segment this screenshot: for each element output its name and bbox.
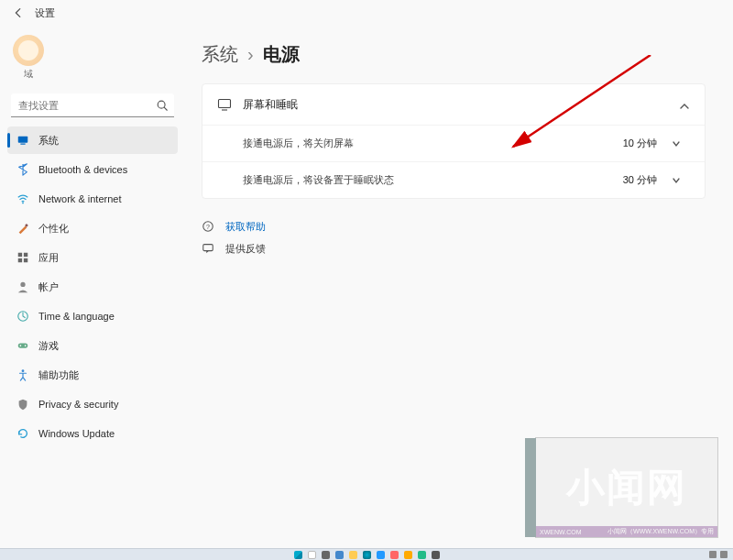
- sidebar-item-label: Windows Update: [38, 428, 115, 439]
- sidebar-item-bluetooth[interactable]: Bluetooth & devices: [7, 156, 178, 183]
- sidebar-item-apps[interactable]: 应用: [7, 244, 178, 271]
- chevron-up-icon: [679, 99, 690, 110]
- panel-title: 屏幕和睡眠: [243, 97, 668, 113]
- svg-point-14: [25, 345, 27, 346]
- edge-icon[interactable]: [363, 551, 371, 559]
- sidebar-item-network[interactable]: Network & internet: [7, 185, 178, 213]
- chevron-right-icon: ›: [247, 44, 254, 65]
- link-label: 提供反馈: [225, 242, 266, 256]
- titlebar: 设置: [0, 0, 733, 26]
- search-input[interactable]: [11, 93, 174, 117]
- shield-icon: [16, 398, 29, 411]
- sidebar-item-label: Bluetooth & devices: [38, 164, 127, 175]
- svg-point-10: [20, 282, 25, 287]
- clock-globe-icon: [16, 310, 29, 323]
- search-icon[interactable]: [308, 551, 316, 559]
- svg-point-4: [22, 203, 24, 204]
- monitor-icon: [217, 97, 232, 112]
- svg-point-15: [22, 369, 25, 372]
- help-icon: ?: [202, 220, 214, 233]
- chevron-down-icon: [672, 139, 681, 148]
- taskbar[interactable]: [0, 548, 733, 560]
- user-icon: [16, 280, 29, 293]
- sidebar-item-label: 系统: [38, 134, 59, 148]
- store-icon[interactable]: [377, 551, 385, 559]
- select-value: 30 分钟: [623, 173, 657, 187]
- sidebar-item-time-language[interactable]: Time & language: [7, 302, 178, 330]
- start-icon[interactable]: [294, 551, 302, 559]
- settings-icon[interactable]: [432, 551, 440, 559]
- sidebar-item-gaming[interactable]: 游戏: [7, 332, 178, 359]
- svg-rect-8: [18, 258, 22, 262]
- select-value: 10 分钟: [623, 137, 657, 150]
- sidebar: 域 系统 Bluetooth & devices Network & inter…: [0, 26, 183, 548]
- apps-icon: [16, 251, 29, 264]
- account-name: 域: [24, 68, 33, 81]
- bluetooth-icon: [16, 163, 29, 176]
- widgets-icon[interactable]: [335, 551, 344, 559]
- update-icon: [16, 427, 29, 440]
- sleep-row: 接通电源后，将设备置于睡眠状态 30 分钟: [202, 161, 705, 198]
- sidebar-item-label: 辅助功能: [38, 368, 79, 382]
- svg-point-13: [20, 345, 22, 346]
- app-icon[interactable]: [404, 551, 412, 559]
- sidebar-item-accessibility[interactable]: 辅助功能: [7, 361, 178, 389]
- svg-rect-3: [20, 144, 25, 145]
- screen-off-row: 接通电源后，将关闭屏幕 10 分钟: [202, 125, 705, 161]
- svg-rect-12: [18, 343, 28, 347]
- breadcrumb-current: 电源: [263, 42, 300, 67]
- sidebar-item-system[interactable]: 系统: [7, 126, 178, 154]
- back-button[interactable]: [11, 5, 26, 20]
- sidebar-item-accounts[interactable]: 帐户: [7, 273, 178, 301]
- brush-icon: [16, 222, 29, 235]
- svg-line-1: [164, 107, 167, 110]
- row-label: 接通电源后，将关闭屏幕: [243, 137, 614, 150]
- sidebar-item-label: 应用: [38, 251, 59, 265]
- svg-rect-16: [219, 100, 231, 108]
- avatar: [13, 35, 44, 66]
- tray-icon[interactable]: [720, 551, 728, 558]
- svg-text:?: ?: [206, 224, 210, 230]
- watermark: 小闻网 XWENW.COM小闻网（WWW.XWENW.COM）专用: [535, 437, 718, 538]
- row-label: 接通电源后，将设备置于睡眠状态: [243, 173, 614, 187]
- system-icon: [16, 134, 29, 147]
- svg-rect-20: [203, 245, 213, 251]
- taskbar-tray[interactable]: [709, 551, 728, 558]
- breadcrumb-parent[interactable]: 系统: [202, 42, 238, 67]
- watermark-text: 小闻网: [566, 462, 687, 513]
- svg-rect-2: [18, 137, 28, 143]
- sidebar-item-label: 个性化: [38, 222, 69, 236]
- account-block[interactable]: 域: [7, 31, 178, 90]
- sidebar-item-privacy[interactable]: Privacy & security: [7, 390, 178, 418]
- sidebar-item-label: Time & language: [38, 311, 115, 322]
- tray-icon[interactable]: [709, 551, 717, 558]
- accessibility-icon: [16, 368, 29, 381]
- give-feedback-link[interactable]: 提供反馈: [202, 237, 706, 259]
- gaming-icon: [16, 339, 29, 352]
- app-icon[interactable]: [390, 551, 399, 559]
- explorer-icon[interactable]: [349, 551, 357, 559]
- app-icon[interactable]: [418, 551, 426, 559]
- sleep-select[interactable]: 30 分钟: [614, 169, 690, 192]
- search-box: [11, 93, 174, 117]
- sidebar-item-label: Network & internet: [38, 193, 121, 204]
- svg-rect-9: [24, 258, 27, 262]
- screen-off-select[interactable]: 10 分钟: [614, 132, 690, 156]
- taskview-icon[interactable]: [322, 551, 330, 559]
- screen-sleep-panel: 屏幕和睡眠 接通电源后，将关闭屏幕 10 分钟 接通电源后，将设备置于睡眠状态: [202, 83, 706, 199]
- window-title: 设置: [35, 6, 55, 20]
- sidebar-item-label: 帐户: [38, 280, 59, 294]
- breadcrumb: 系统 › 电源: [202, 42, 706, 67]
- get-help-link[interactable]: ? 获取帮助: [202, 215, 706, 237]
- feedback-icon: [202, 242, 214, 255]
- wifi-icon: [16, 192, 29, 205]
- sidebar-item-label: Privacy & security: [38, 399, 118, 410]
- search-icon: [156, 99, 169, 112]
- panel-header[interactable]: 屏幕和睡眠: [202, 84, 705, 125]
- sidebar-item-windows-update[interactable]: Windows Update: [7, 420, 178, 447]
- chevron-down-icon: [672, 176, 681, 185]
- sidebar-item-label: 游戏: [38, 339, 59, 353]
- svg-rect-6: [18, 253, 22, 257]
- svg-rect-7: [24, 253, 27, 257]
- sidebar-item-personalization[interactable]: 个性化: [7, 214, 178, 242]
